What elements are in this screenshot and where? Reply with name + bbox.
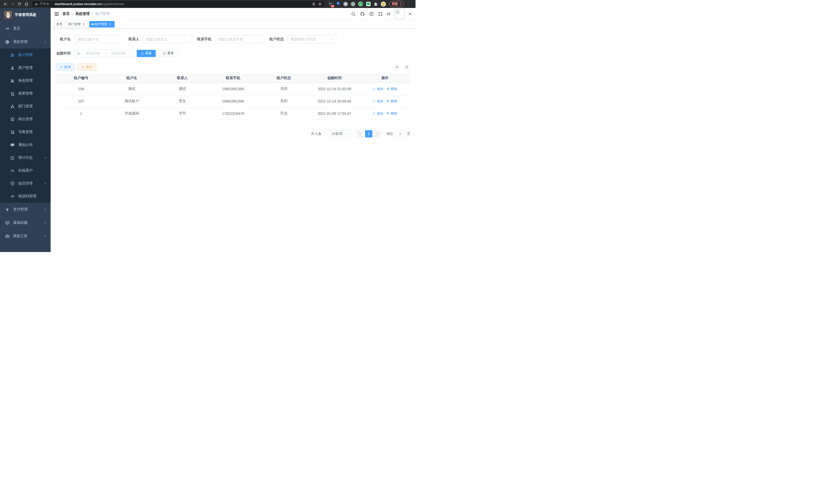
sidebar-item-departments[interactable]: 部门管理 [0,100,51,113]
browser-back-button[interactable] [2,1,9,7]
breadcrumb-current: 租户管理 [95,11,110,16]
sidebar-item-online-users[interactable]: 在线用户 [0,164,51,177]
sidebar-item-error-codes[interactable]: </> 错误码管理 [0,190,51,203]
cell-actions: 修改删除 [360,108,410,120]
chevron-down-icon [346,132,349,135]
page-size-select[interactable]: 10条/页 [325,130,350,138]
help-icon[interactable] [369,11,374,17]
extension-y-icon[interactable]: y [358,2,363,6]
breadcrumb-system[interactable]: 系统管理 [75,11,90,16]
broken-image-icon [396,10,400,14]
sidebar-item-sms[interactable]: 短信管理 [0,177,51,190]
menu-tree-icon [10,91,15,96]
contact-input[interactable] [143,35,192,43]
sidebar-item-system[interactable]: 系统管理 [0,35,51,49]
sidebar-toggle-button[interactable] [51,8,62,20]
column-header: 联系手机 [208,74,258,83]
goto-page-input[interactable] [395,130,405,137]
browser-update-button[interactable]: 更新 [389,1,404,7]
search-button[interactable]: 搜索 [137,50,156,57]
sidebar-item-notice[interactable]: 通知公告 [0,139,51,151]
tab-home[interactable]: 首页 [54,21,65,28]
edit-link[interactable]: 修改 [373,87,383,91]
tab-tenant[interactable]: 租户管理 × [89,21,115,28]
trash-icon [386,87,390,90]
sidebar-item-posts[interactable]: 岗位管理 [0,113,51,126]
font-size-icon[interactable]: tT [387,12,391,16]
sidebar-item-users[interactable]: 用户管理 [0,61,51,74]
share-icon[interactable] [311,1,317,7]
fullscreen-icon[interactable] [378,11,383,17]
book-icon [10,130,15,135]
delete-link[interactable]: 删除 [386,111,397,116]
add-button[interactable]: 新增 [56,63,75,71]
next-page-button[interactable] [374,130,381,138]
edit-link[interactable]: 修改 [373,111,383,116]
extensions-puzzle-icon[interactable] [373,2,378,6]
sidebar-item-tenant[interactable]: 租户管理 [0,49,51,61]
sidebar-item-payment[interactable]: ¥ 支付管理 [0,203,51,216]
browser-forward-button[interactable] [9,1,16,7]
toggle-search-button[interactable] [393,63,401,71]
sidebar-item-dev-tools[interactable]: 研发工具 [0,229,51,243]
phone-input[interactable] [215,35,264,43]
chevron-right-icon [376,132,379,135]
avatar[interactable] [395,9,405,19]
browser-home-button[interactable] [23,1,30,7]
sidebar-item-dictionary[interactable]: 字典管理 [0,126,51,139]
download-icon [82,65,85,68]
page-number-button[interactable]: 1 [365,130,372,138]
extension-chat-icon[interactable] [366,2,371,6]
plus-icon [60,65,63,68]
pencil-icon [373,112,376,115]
column-header: 租户编号 [56,74,106,83]
tab-department[interactable]: 部门管理 × [66,21,88,28]
divider [52,2,52,6]
address-bar[interactable]: 不安全 dashboard.yudao.iocoder.cn/system/te… [32,1,324,7]
prev-page-button[interactable] [356,130,364,138]
browser-menu-icon[interactable] [400,3,401,6]
cell-tenant-name: 测试 [106,83,157,95]
chevron-up-icon [44,40,47,43]
edit-link[interactable]: 修改 [373,99,383,103]
status-label: 租户状态 [269,37,284,41]
tenant-status-select[interactable]: 请选择租户状态 [287,35,336,43]
header-search-icon[interactable] [351,11,356,17]
calendar-icon [77,52,80,55]
refresh-icon [405,65,408,69]
trash-icon [386,100,390,103]
monitor-icon [5,221,9,225]
sidebar-item-infrastructure[interactable]: 基础设施 [0,216,51,229]
table-row: 1 芋道源码 芋艿 17321315478 开启 2021-01-05 17:0… [56,108,410,120]
bookmark-star-icon[interactable] [317,1,323,7]
column-header: 创建时间 [309,74,360,83]
app-logo[interactable]: 芋道管理系统 [0,8,51,22]
extension-kit-icon[interactable]: 10 [328,2,333,6]
sidebar-item-home[interactable]: 首页 [0,22,51,35]
avatar-dropdown-caret[interactable] [409,13,411,16]
chevron-down-icon [44,156,47,159]
user-icon [10,66,15,70]
create-time-range-picker[interactable]: 开始日期 - 结束日期 [74,49,133,57]
cell-created: 2021-12-14 21:02:09 [309,83,360,95]
system-submenu: 租户管理 用户管理 角色管理 菜单管理 部门管理 岗位管理 字典管理 通知公告 [0,49,51,203]
extension-cmd-icon[interactable]: ⌘ [343,2,348,6]
browser-reload-button[interactable] [16,1,23,7]
close-icon[interactable]: × [109,22,112,26]
profile-avatar-emoji[interactable] [381,2,386,7]
sidebar-item-menus[interactable]: 菜单管理 [0,87,51,100]
export-button[interactable]: 导出 [77,63,96,71]
sidebar-item-roles[interactable]: 角色管理 [0,74,51,87]
close-icon[interactable]: × [82,22,86,26]
breadcrumb-home[interactable]: 首页 [62,11,69,16]
refresh-table-button[interactable] [403,63,410,71]
tenant-name-input[interactable] [74,35,123,43]
delete-link[interactable]: 删除 [386,99,397,103]
github-icon[interactable] [360,11,365,17]
extension-record-icon[interactable] [351,2,355,6]
extension-balloon-icon[interactable] [336,2,341,6]
reset-button[interactable]: 重置 [159,50,178,57]
sidebar-item-audit-log[interactable]: 审计日志 [0,151,51,164]
cell-status: 关闭 [258,95,309,108]
delete-link[interactable]: 删除 [386,87,397,91]
